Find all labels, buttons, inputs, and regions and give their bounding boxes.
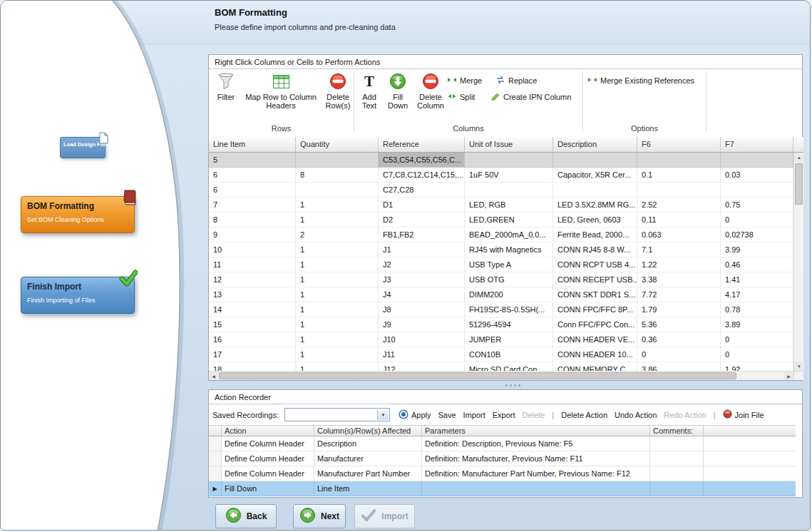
grid-cell[interactable] [721, 183, 793, 198]
grid-cell[interactable]: J11 [379, 347, 465, 362]
grid-cell[interactable]: J1 [379, 242, 465, 257]
recorder-column-header[interactable]: Comments: [650, 425, 704, 436]
recorder-cell[interactable]: Description [314, 436, 422, 451]
grid-cell[interactable]: J8 [379, 302, 465, 317]
grid-cell[interactable]: 4.17 [721, 287, 793, 302]
grid-cell[interactable]: Capacitor, X5R Cer... [553, 168, 637, 183]
grid-row[interactable]: 131J4DIMM200CONN SKT DDR1 S...7.724.17 [209, 287, 793, 302]
grid-row[interactable]: 101J1RJ45 with MagneticsCONN RJ45 8-8 W.… [209, 242, 793, 257]
grid-cell[interactable]: J3 [379, 272, 465, 287]
scroll-left-icon[interactable]: ◀ [209, 372, 218, 380]
grid-row[interactable]: 6C27,C28 [209, 183, 793, 198]
grid-row[interactable]: 181J12Micro SD Card Con...CONN MEMORY C.… [209, 362, 793, 371]
grid-cell[interactable]: C53,C54,C55,C56,C... [379, 153, 465, 168]
grid-cell[interactable]: 7.72 [637, 287, 721, 302]
back-button[interactable]: Back [215, 504, 277, 528]
grid-row[interactable]: 111J2USB Type ACONN RCPT USB 4...1.220.4… [209, 257, 793, 272]
grid-cell[interactable]: 1.22 [637, 257, 721, 272]
recorder-cell[interactable] [704, 451, 796, 466]
grid-cell[interactable]: 1.41 [721, 272, 793, 287]
grid-cell[interactable]: 1 [296, 213, 379, 227]
recorder-column-header[interactable]: Parameters [422, 425, 650, 436]
grid-cell[interactable]: 10 [209, 242, 296, 257]
wizard-step-finish-import[interactable]: Finish Import Finish Importing of Files [21, 277, 135, 314]
grid-cell[interactable]: 0.063 [637, 227, 721, 242]
grid-cell[interactable]: Conn FFC/FPC Con... [553, 317, 637, 332]
grid-cell[interactable]: 9 [209, 227, 296, 242]
grid-cell[interactable]: CONN HEADER VE... [553, 332, 637, 347]
delete-recording-button[interactable]: Delete [523, 411, 545, 419]
grid-cell[interactable]: 6 [209, 168, 296, 183]
grid-cell[interactable]: 11 [209, 257, 296, 272]
grid-cell[interactable]: 12 [209, 272, 296, 287]
recorder-row[interactable]: Define Column HeaderDescriptionDefinitio… [209, 436, 796, 451]
recorder-cell[interactable]: Define Column Header [222, 466, 314, 481]
grid-cell[interactable]: 1 [296, 362, 379, 371]
grid-cell[interactable]: CONN HEADER 10... [553, 347, 637, 362]
recorder-cell[interactable]: Definition: Manufacturer Part Number, Pr… [422, 466, 650, 481]
horizontal-scrollbar-thumb[interactable] [219, 372, 736, 379]
export-recording-button[interactable]: Export [493, 411, 515, 419]
grid-cell[interactable]: CON10B [465, 347, 553, 362]
recorder-cell[interactable] [650, 466, 704, 481]
grid-cell[interactable]: 0 [721, 332, 793, 347]
grid-cell[interactable] [553, 183, 637, 198]
recorder-cell[interactable]: Define Column Header [222, 436, 314, 451]
next-button[interactable]: Next [293, 504, 346, 528]
grid-cell[interactable]: Ferrite Bead, 2000... [553, 227, 637, 242]
grid-row[interactable]: 151J951296-4594Conn FFC/FPC Con...5.363.… [209, 317, 793, 332]
grid-cell[interactable]: 1.92 [721, 362, 793, 371]
recorder-cell[interactable] [422, 481, 650, 496]
recorder-cell[interactable]: Manufacturer Part Number [314, 466, 422, 481]
grid-cell[interactable]: 0.02738 [721, 227, 793, 242]
scroll-up-icon[interactable]: ▲ [794, 153, 804, 162]
import-recording-button[interactable]: Import [463, 411, 485, 419]
join-file-button[interactable]: Join File [723, 409, 764, 420]
grid-cell[interactable]: CONN FPC/FFC 8P... [553, 302, 637, 317]
chevron-down-icon[interactable]: ▼ [377, 409, 389, 420]
add-text-button[interactable]: T Add Text [357, 72, 381, 110]
grid-column-header[interactable]: Reference [379, 137, 465, 153]
recorder-row[interactable]: Define Column HeaderManufacturer Part Nu… [209, 466, 796, 481]
grid-cell[interactable]: J9 [379, 317, 465, 332]
grid-cell[interactable]: CONN RJ45 8-8 W... [553, 242, 637, 257]
recorder-cell[interactable]: Definition: Manufacturer, Previous Name:… [422, 451, 650, 466]
grid-cell[interactable]: LED 3.5X2.8MM RG... [553, 198, 637, 213]
grid-cell[interactable]: 0.75 [721, 198, 793, 213]
grid-cell[interactable] [465, 183, 553, 198]
grid-cell[interactable]: 17 [209, 347, 296, 362]
grid-cell[interactable]: 1 [296, 242, 379, 257]
grid-cell[interactable]: DIMM200 [465, 287, 553, 302]
vertical-scrollbar[interactable]: ▲ ▼ [793, 153, 803, 371]
grid-cell[interactable]: 1 [296, 347, 379, 362]
grid-cell[interactable]: 1 [296, 287, 379, 302]
grid-cell[interactable]: D1 [379, 198, 465, 213]
recorder-cell[interactable]: Definition: Description, Previous Name: … [422, 436, 650, 451]
grid-cell[interactable]: USB Type A [465, 257, 553, 272]
grid-cell[interactable]: J10 [379, 332, 465, 347]
grid-cell[interactable]: J12 [379, 362, 465, 371]
grid-cell[interactable]: J4 [379, 287, 465, 302]
delete-rows-button[interactable]: Delete Row(s) [322, 72, 354, 110]
grid-cell[interactable]: 1 [296, 332, 379, 347]
row-indicator[interactable] [209, 451, 222, 466]
grid-cell[interactable]: FB1,FB2 [379, 227, 465, 242]
recorder-cell[interactable] [650, 481, 704, 496]
grid-cell[interactable]: LED,GREEN [465, 213, 553, 227]
grid-cell[interactable]: 5 [209, 153, 296, 168]
import-button[interactable]: Import [354, 504, 415, 528]
grid-cell[interactable]: 16 [209, 332, 296, 347]
recorder-row[interactable]: ▶Fill DownLine Item [209, 481, 796, 496]
row-indicator[interactable]: ▶ [209, 481, 222, 496]
replace-button[interactable]: Replace [495, 74, 537, 87]
save-recording-button[interactable]: Save [438, 411, 456, 419]
grid-cell[interactable]: 8 [296, 168, 379, 183]
grid-column-header[interactable]: Quantity [296, 137, 379, 153]
grid-cell[interactable]: 51296-4594 [465, 317, 553, 332]
create-ipn-column-button[interactable]: Create IPN Column [490, 91, 571, 103]
grid-row[interactable]: 92FB1,FB2BEAD_2000mA_0.0...Ferrite Bead,… [209, 227, 793, 242]
splitter-handle[interactable] [502, 383, 523, 387]
grid-cell[interactable]: 3.86 [637, 362, 721, 371]
vertical-scrollbar-thumb[interactable] [795, 163, 803, 205]
filter-button[interactable]: Filter [212, 72, 240, 101]
